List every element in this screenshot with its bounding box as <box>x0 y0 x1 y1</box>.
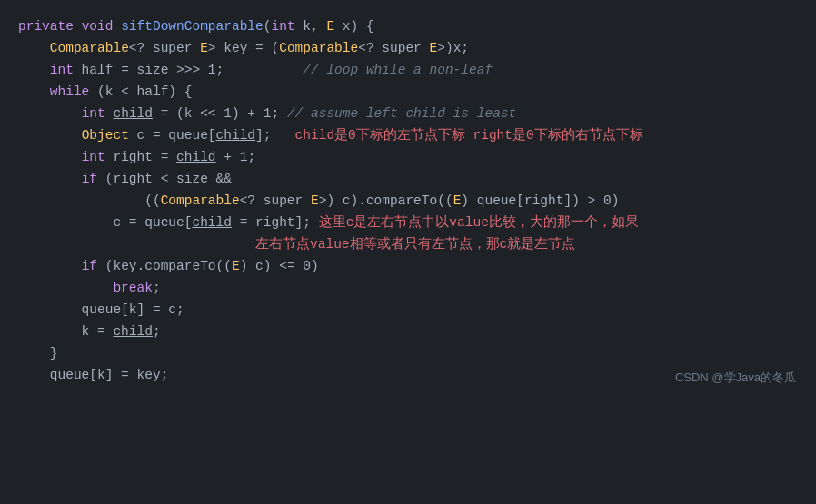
line-12: break; <box>18 278 798 300</box>
kw-private: private <box>18 16 74 38</box>
line-1: private void siftDownComparable(int k, E… <box>18 16 798 38</box>
watermark: CSDN @学Java的冬瓜 <box>675 368 796 387</box>
line-11: if (key.compareTo((E) c) <= 0) <box>18 256 798 278</box>
line-7: int right = child + 1; <box>18 147 798 169</box>
line-5: int child = (k << 1) + 1; // assume left… <box>18 104 798 125</box>
line-4: while (k < half) { <box>18 82 798 104</box>
line-10: c = queue[child = right]; 这里c是左右节点中以valu… <box>18 212 798 234</box>
line-10b: 左右节点value相等或者只有左节点，那c就是左节点 <box>18 234 798 256</box>
line-2: Comparable<? super E> key = (Comparable<… <box>18 38 798 60</box>
kw-void: void <box>82 16 114 38</box>
fn-name: siftDownComparable <box>121 16 264 38</box>
line-3: int half = size >>> 1; // loop while a n… <box>18 60 798 82</box>
line-8: if (right < size && <box>18 169 798 191</box>
code-block: private void siftDownComparable(int k, E… <box>0 0 816 403</box>
line-14: k = child; <box>18 321 798 343</box>
line-15: } <box>18 343 798 365</box>
line-13: queue[k] = c; <box>18 300 798 321</box>
line-6: Object c = queue[child]; child是0下标的左节点下标… <box>18 125 798 147</box>
line-9: ((Comparable<? super E>) c).compareTo((E… <box>18 191 798 212</box>
